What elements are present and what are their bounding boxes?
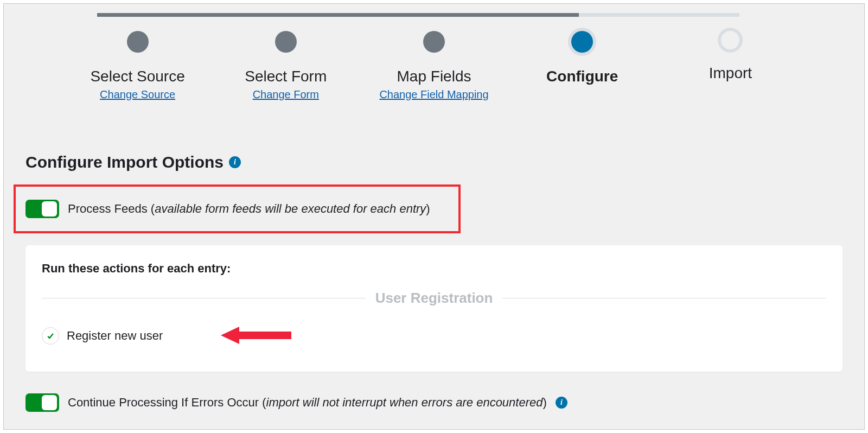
step-select-source: Select Source Change Source [63,31,212,101]
change-field-mapping-link[interactable]: Change Field Mapping [379,88,488,101]
actions-card: Run these actions for each entry: User R… [25,245,843,372]
step-label: Configure [546,68,618,85]
svg-marker-0 [221,327,291,344]
change-source-link[interactable]: Change Source [100,88,175,101]
step-connector [97,13,258,17]
toggle-label-text: Continue Processing If Errors Occur [68,396,262,409]
paren-open: ( [262,396,266,409]
step-label: Import [709,65,752,82]
process-feeds-toggle[interactable] [25,200,59,218]
step-configure: Configure [508,31,656,85]
action-label: Register new user [67,329,163,343]
step-dot-icon [127,31,149,53]
continue-errors-label: Continue Processing If Errors Occur (imp… [68,396,547,410]
paren-close: ) [426,202,430,215]
step-dot-icon [571,31,593,53]
toggle-knob-icon [42,395,57,410]
step-label: Select Form [245,68,327,85]
step-import: Import [656,31,805,82]
actions-card-title: Run these actions for each entry: [42,262,826,276]
process-feeds-highlight: Process Feeds (available form feeds will… [14,184,461,233]
step-select-form: Select Form Change Form [212,31,360,101]
annotation-arrow-icon [221,324,291,346]
toggle-label-sub: available form feeds will be executed fo… [155,202,426,215]
paren-close: ) [543,396,547,409]
action-check-toggle[interactable] [42,327,59,345]
import-configure-panel: Select Source Change Source Select Form … [3,3,865,430]
check-icon [46,332,55,340]
section-heading: Configure Import Options i [4,101,864,171]
toggle-label-text: Process Feeds [68,202,151,215]
info-icon[interactable]: i [229,156,241,168]
step-label: Select Source [90,68,184,85]
step-map-fields: Map Fields Change Field Mapping [360,31,508,101]
toggle-knob-icon [42,201,57,217]
divider-line-icon [502,298,826,298]
wizard-stepper: Select Source Change Source Select Form … [4,4,864,101]
step-dot-icon [721,31,739,49]
change-form-link[interactable]: Change Form [253,88,319,101]
step-connector [258,13,418,17]
process-feeds-label: Process Feeds (available form feeds will… [68,202,430,216]
step-dot-icon [275,31,297,53]
continue-errors-toggle[interactable] [25,393,59,412]
divider-label: User Registration [366,290,503,307]
step-connector [579,13,739,17]
step-label: Map Fields [397,68,471,85]
step-dot-icon [423,31,445,53]
divider-line-icon [42,298,366,298]
section-title: Configure Import Options [25,153,224,171]
continue-errors-row: Continue Processing If Errors Occur (imp… [25,393,843,412]
feed-section-divider: User Registration [42,290,826,307]
info-icon[interactable]: i [556,397,567,409]
step-connector [418,13,579,17]
action-register-new-user: Register new user [42,327,826,345]
toggle-label-sub: import will not interrupt when errors ar… [266,396,543,409]
